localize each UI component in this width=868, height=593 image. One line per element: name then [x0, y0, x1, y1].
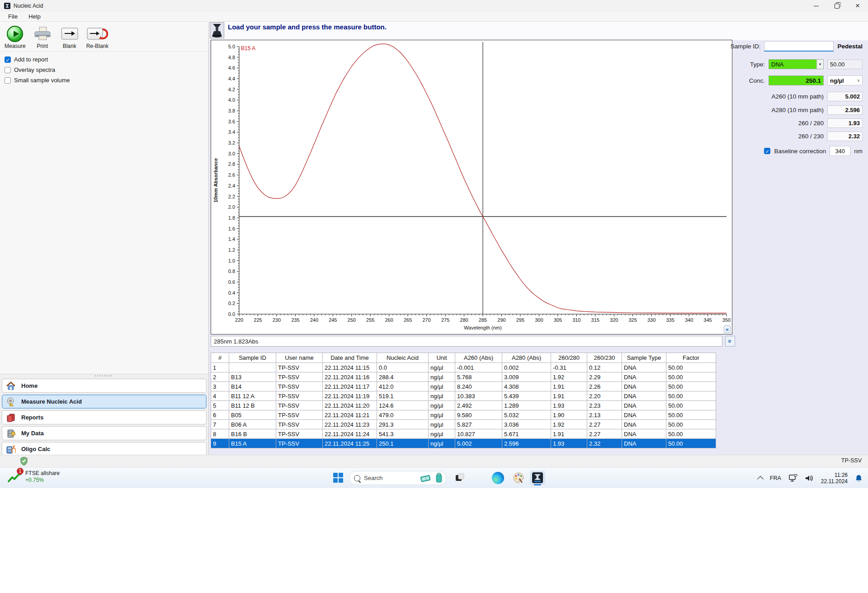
svg-text:1.2: 1.2	[228, 247, 235, 253]
expand-table-button[interactable]: »	[725, 336, 735, 347]
table-row[interactable]: 9B15 ATP-SSV22.11.2024 11:25250.1ng/µl5.…	[211, 439, 716, 448]
printer-icon	[34, 26, 51, 42]
sample-id-input[interactable]	[764, 41, 834, 52]
svg-text:250: 250	[348, 317, 356, 323]
factor-field[interactable]: 50.00	[827, 60, 863, 69]
network-icon[interactable]	[788, 474, 797, 482]
table-cell: TP-SSV	[276, 372, 323, 382]
taskbar-stock-widget[interactable]: 1 FTSE allshare +0.75%	[7, 470, 60, 484]
clock[interactable]: 11:26 22.11.2024	[821, 472, 848, 485]
spectrum-chart[interactable]: 0.00.20.40.60.81.01.21.41.61.82.02.22.42…	[211, 40, 731, 333]
splitter-grip[interactable]	[95, 375, 113, 377]
taskbar-search[interactable]: Search	[349, 471, 447, 485]
home-icon	[6, 381, 16, 391]
svg-text:230: 230	[273, 317, 281, 323]
column-header[interactable]: 260/230	[587, 353, 622, 363]
table-row[interactable]: 5B11 12 BTP-SSV22.11.2024 11:20124.6ng/µ…	[211, 401, 716, 410]
column-header[interactable]: Nucleic Acid	[377, 353, 429, 363]
baseline-unit: nm	[854, 148, 863, 155]
column-header[interactable]: Unit	[429, 353, 455, 363]
unit-select[interactable]: ng/µl ∨	[827, 75, 863, 85]
table-cell: 0.12	[587, 363, 622, 372]
reblank-button[interactable]: Re-Blank	[86, 26, 108, 49]
table-row[interactable]: 8B16 BTP-SSV22.11.2024 11:24541.3ng/µl10…	[211, 429, 716, 439]
table-row[interactable]: 4B11 12 ATP-SSV22.11.2024 11:19519.1ng/µ…	[211, 391, 716, 401]
table-row[interactable]: 1TP-SSV22.11.2024 11:150.0ng/µl-0.0010.0…	[211, 363, 716, 372]
column-header[interactable]: A280 (Abs)	[502, 353, 551, 363]
table-row[interactable]: 3B14TP-SSV22.11.2024 11:17412.0ng/µl8.24…	[211, 382, 716, 391]
notification-bell-icon[interactable]	[855, 474, 863, 482]
edge-browser-button[interactable]	[490, 471, 505, 485]
column-header[interactable]: User name	[276, 353, 323, 363]
type-select[interactable]: DNA ▼	[769, 59, 824, 69]
table-cell: DNA	[622, 439, 666, 448]
sidebar-item-home[interactable]: Home	[2, 379, 207, 393]
checkbox-overlay-spectra[interactable]: Overlay spectra	[5, 66, 204, 73]
nucleic-acid-app-button[interactable]	[530, 471, 545, 485]
table-cell: 1.92	[551, 420, 587, 429]
svg-text:0.0: 0.0	[228, 311, 235, 317]
table-row[interactable]: 6B05TP-SSV22.11.2024 11:21479.0ng/µl9.58…	[211, 410, 716, 420]
restore-button[interactable]	[826, 0, 847, 12]
column-header[interactable]: Factor	[666, 353, 716, 363]
checkbox-add-to-report[interactable]: ✓Add to report	[5, 56, 204, 63]
chart-collapse-button[interactable]: «	[724, 325, 731, 333]
sidebar-item-measure-nucleic-acid[interactable]: Measure Nucleic Acid	[2, 395, 207, 409]
search-icon	[354, 475, 360, 481]
table-cell: ng/µl	[429, 401, 455, 410]
column-header[interactable]: Sample ID	[229, 353, 276, 363]
table-cell: 1.289	[502, 401, 551, 410]
menu-file[interactable]: File	[4, 12, 22, 21]
task-view-icon	[454, 472, 465, 483]
sidebar-item-my-data[interactable]: My Data	[2, 426, 207, 440]
measure-button[interactable]: Measure	[5, 26, 26, 49]
main-area: Load your sample and press the measure b…	[209, 22, 868, 455]
svg-text:2.8: 2.8	[228, 161, 235, 167]
start-button[interactable]	[330, 471, 346, 485]
table-cell: 2	[211, 372, 229, 382]
print-button[interactable]: Print	[32, 26, 53, 49]
svg-text:1.8: 1.8	[228, 215, 235, 221]
paint-app-button[interactable]	[511, 471, 526, 485]
column-header[interactable]: Date and Time	[323, 353, 377, 363]
cursor-readout[interactable]: 285nm 1.823Abs	[211, 336, 722, 347]
table-cell: DNA	[622, 372, 666, 382]
table-cell: B05	[229, 410, 276, 420]
baseline-label: Baseline correction	[774, 148, 826, 155]
column-header[interactable]: A260 (Abs)	[455, 353, 502, 363]
table-row[interactable]: 7B06 ATP-SSV22.11.2024 11:23291.3ng/µl5.…	[211, 420, 716, 429]
column-header[interactable]: #	[211, 353, 229, 363]
table-cell: 1	[211, 363, 229, 372]
search-placeholder: Search	[364, 475, 416, 481]
a280-row: A280 (10 mm path) 2.596	[705, 105, 863, 115]
table-cell: 50.00	[666, 429, 716, 439]
task-view-button[interactable]	[452, 471, 467, 485]
sidebar-item-reports[interactable]: Reports	[2, 410, 207, 424]
checkbox-small-sample-volume[interactable]: Small sample volume	[5, 77, 204, 84]
table-cell: -0.001	[455, 363, 502, 372]
chevron-down-icon[interactable]: ▼	[816, 60, 823, 69]
baseline-row: ✓ Baseline correction 340 nm	[705, 146, 863, 156]
checkbox-box-icon[interactable]	[5, 67, 11, 73]
table-cell: 1.90	[551, 410, 587, 420]
minimize-button[interactable]	[806, 0, 826, 12]
sidebar-item-oligo-calc[interactable]: Oligo Calc	[2, 442, 207, 456]
table-cell: 1.91	[551, 391, 587, 401]
table-cell	[229, 363, 276, 372]
column-header[interactable]: Sample Type	[622, 353, 666, 363]
volume-icon[interactable]	[805, 474, 814, 482]
table-cell: 5.002	[455, 439, 502, 448]
menu-help[interactable]: Help	[24, 12, 45, 21]
language-indicator[interactable]: FRA	[770, 475, 781, 481]
table-row[interactable]: 2B13TP-SSV22.11.2024 11:16288.4ng/µl5.76…	[211, 372, 716, 382]
column-header[interactable]: 260/280	[551, 353, 587, 363]
baseline-wavelength-input[interactable]: 340	[830, 146, 850, 156]
reports-icon	[6, 413, 16, 423]
checkbox-box-icon[interactable]: ✓	[5, 56, 11, 63]
blank-button[interactable]: Blank	[59, 26, 80, 49]
baseline-checkbox[interactable]: ✓	[764, 148, 770, 154]
close-button[interactable]: ×	[847, 0, 868, 12]
tray-chevron-up-icon[interactable]	[757, 475, 764, 482]
checkbox-box-icon[interactable]	[5, 77, 11, 84]
table-cell: TP-SSV	[276, 391, 323, 401]
